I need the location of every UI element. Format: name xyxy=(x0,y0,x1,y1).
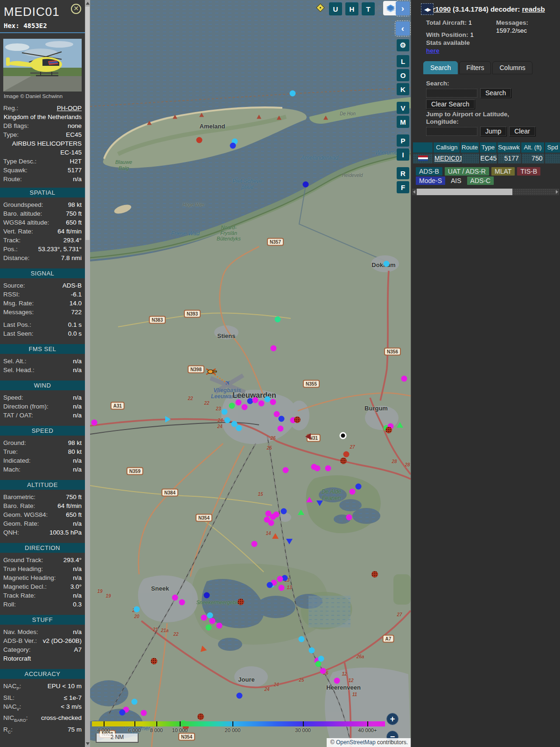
hscrollbar-thumb[interactable] xyxy=(417,189,512,195)
map-toggle-i[interactable]: I xyxy=(397,148,409,161)
map-button-t[interactable]: T xyxy=(362,2,375,15)
aircraft-marker[interactable] xyxy=(172,595,178,601)
aircraft-marker[interactable] xyxy=(303,182,309,188)
map-toggle-l[interactable]: L xyxy=(397,55,409,67)
close-icon[interactable]: ✕ xyxy=(71,4,81,14)
aircraft-marker[interactable] xyxy=(343,451,350,458)
map-button-u[interactable]: U xyxy=(329,2,342,15)
badge-mode-s[interactable]: Mode-S xyxy=(416,176,445,185)
aircraft-marker[interactable] xyxy=(236,425,242,431)
zoom-in-button[interactable]: + xyxy=(386,713,399,725)
badge-mlat[interactable]: MLAT xyxy=(491,167,515,176)
map[interactable]: FryslânAmelandDe HonAmelanderwadWierumer… xyxy=(90,0,411,747)
readsb-link[interactable]: readsb xyxy=(522,5,545,13)
aircraft-marker[interactable] xyxy=(340,458,347,464)
aircraft-marker[interactable] xyxy=(204,592,210,599)
collapse-sidebar-button[interactable]: ‹ xyxy=(396,21,410,35)
aircraft-marker[interactable] xyxy=(201,615,207,621)
registration-link[interactable]: PH-OOP xyxy=(57,104,82,113)
aircraft-marker[interactable] xyxy=(259,401,265,407)
aircraft-marker[interactable] xyxy=(275,317,281,323)
aircraft-marker[interactable] xyxy=(179,599,185,606)
aircraft-marker[interactable] xyxy=(306,497,313,502)
scrollbar-thumb[interactable] xyxy=(85,7,90,240)
aircraft-marker[interactable] xyxy=(229,403,235,409)
table-cell[interactable]: MEDIC01 xyxy=(434,154,461,163)
aircraft-marker[interactable] xyxy=(283,467,289,473)
aircraft-marker[interactable] xyxy=(197,713,204,720)
map-toggle-f[interactable]: F xyxy=(397,181,409,193)
aircraft-marker[interactable] xyxy=(279,416,285,422)
table-cell[interactable] xyxy=(545,154,560,163)
aircraft-marker[interactable] xyxy=(206,625,212,631)
table-horizontal-scrollbar[interactable] xyxy=(412,189,559,195)
jump-button[interactable]: Jump xyxy=(480,127,506,136)
tab-filters[interactable]: Filters xyxy=(459,61,491,74)
aircraft-marker[interactable] xyxy=(346,514,352,521)
aircraft-marker[interactable] xyxy=(286,539,293,544)
aircraft-marker[interactable] xyxy=(294,416,301,423)
aircraft-marker[interactable] xyxy=(298,509,304,515)
jump-input[interactable] xyxy=(426,127,477,136)
tab-search[interactable]: Search xyxy=(423,61,458,74)
aircraft-marker[interactable] xyxy=(299,636,305,642)
badge-tis-b[interactable]: TIS-B xyxy=(517,167,540,176)
badge-ads-b[interactable]: ADS-B xyxy=(416,167,442,176)
aircraft-marker[interactable] xyxy=(134,606,140,613)
aircraft-marker[interactable] xyxy=(236,400,242,406)
column-header-Squawk[interactable]: Squawk xyxy=(497,142,520,153)
map-toggle-p[interactable]: P xyxy=(397,134,409,147)
aircraft-marker[interactable] xyxy=(278,426,284,432)
aircraft-marker[interactable] xyxy=(334,678,340,684)
map-toggle-k[interactable]: K xyxy=(397,83,409,95)
aircraft-marker[interactable] xyxy=(238,599,244,605)
aircraft-marker[interactable] xyxy=(320,668,326,674)
aircraft-marker[interactable] xyxy=(397,422,403,428)
map-toggle-o[interactable]: O xyxy=(397,69,409,81)
callsign-link[interactable]: MEDIC01 xyxy=(434,155,463,162)
map-toggle-m[interactable]: M xyxy=(397,116,409,128)
aircraft-marker[interactable] xyxy=(165,416,171,423)
table-row[interactable]: MEDIC01EC455177750 xyxy=(413,153,560,163)
aircraft-marker[interactable] xyxy=(224,417,231,423)
aircraft-marker[interactable] xyxy=(91,420,98,426)
expand-panel-button[interactable]: › xyxy=(396,1,410,15)
clear-search-button[interactable]: Clear Search xyxy=(426,99,475,109)
aircraft-marker[interactable] xyxy=(132,699,138,705)
aircraft-marker[interactable] xyxy=(237,693,243,699)
column-header-Callsign[interactable]: Callsign xyxy=(434,142,460,153)
table-cell[interactable] xyxy=(413,154,433,163)
badge-ais[interactable]: AIS xyxy=(448,176,465,185)
aircraft-marker[interactable] xyxy=(242,404,248,410)
aircraft-marker[interactable] xyxy=(281,508,287,514)
aircraft-marker[interactable] xyxy=(119,710,126,716)
aircraft-marker[interactable] xyxy=(141,710,147,716)
map-toggle-r[interactable]: R xyxy=(397,167,409,179)
aircraft-marker[interactable] xyxy=(252,541,258,547)
aircraft-marker[interactable] xyxy=(309,648,315,654)
aircraft-marker[interactable] xyxy=(151,658,157,664)
aircraft-marker[interactable] xyxy=(267,582,273,588)
scroll-left-icon[interactable] xyxy=(413,190,415,194)
column-header-Spd[interactable]: Spd xyxy=(545,142,560,153)
aircraft-marker[interactable] xyxy=(272,533,279,539)
settings-gear-button[interactable]: ⚙ xyxy=(397,39,409,51)
aircraft-marker[interactable] xyxy=(210,618,216,624)
stats-here-link[interactable]: here xyxy=(426,47,440,54)
table-cell[interactable]: EC45 xyxy=(480,154,497,163)
clear-jump-button[interactable]: Clear xyxy=(509,127,535,136)
aircraft-marker[interactable] xyxy=(384,261,390,267)
aircraft-marker[interactable] xyxy=(273,512,280,518)
aircraft-marker[interactable] xyxy=(230,143,236,149)
column-header-flag[interactable] xyxy=(413,142,433,153)
aircraft-marker[interactable] xyxy=(268,520,274,526)
aircraft-marker[interactable] xyxy=(385,427,392,433)
scroll-down-icon[interactable] xyxy=(86,742,90,745)
osm-link[interactable]: OpenStreetMap xyxy=(336,739,376,746)
scroll-right-icon[interactable] xyxy=(556,190,558,194)
table-cell[interactable]: 750 xyxy=(522,154,545,163)
aircraft-marker[interactable] xyxy=(277,576,283,582)
aircraft-marker[interactable] xyxy=(196,137,203,143)
panel-collapse-button[interactable]: ◀▶ xyxy=(421,3,434,15)
map-toggle-v[interactable]: V xyxy=(397,102,409,114)
